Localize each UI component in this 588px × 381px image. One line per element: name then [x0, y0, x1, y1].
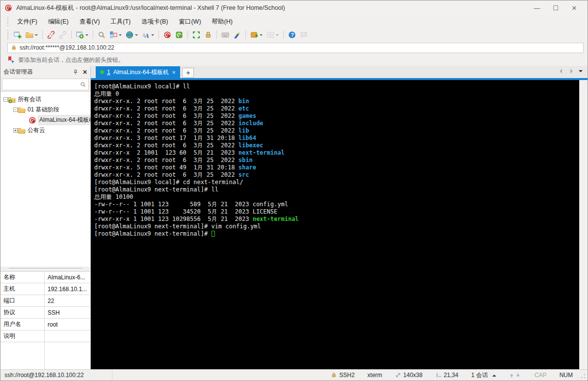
open-session-button[interactable] [24, 30, 40, 40]
terminal-line: drwxr-xr-x. 3 root root 17 1月 31 20:18 l… [94, 135, 579, 142]
terminal-line: drwxr-xr-x. 2 root root 6 3月 25 2022 inc… [94, 120, 579, 127]
chevron-down-icon [151, 34, 154, 37]
find-icon [98, 31, 106, 39]
lock-screen-icon [204, 31, 212, 39]
session-manager-panel: 会话管理器 ✕ -所有会话-01 基础阶段AlmaLinux-64-模板机+公有… [0, 66, 91, 369]
font-button[interactable]: AA [140, 30, 156, 40]
property-row-主机: 主机192.168.10.1... [0, 283, 90, 295]
chevron-down-icon [135, 34, 138, 37]
menu-item-6[interactable]: 窗口(W) [173, 16, 206, 28]
new-file-transfer-icon [250, 31, 258, 39]
toolbar-separator [159, 30, 159, 39]
tab-layout-button[interactable] [107, 30, 124, 40]
panel-close-icon[interactable]: ✕ [82, 69, 87, 76]
toolbar-separator [216, 30, 217, 39]
svg-text:?: ? [291, 32, 294, 38]
status-140x38: 140x38 [389, 370, 429, 381]
session-properties-button[interactable] [74, 30, 90, 40]
close-button[interactable]: ✕ [565, 1, 584, 14]
tree-item-AlmaLinux-64-模板机[interactable]: AlmaLinux-64-模板机 [0, 115, 90, 125]
xshell-logo-icon [4, 4, 12, 12]
tab-number: 1 [107, 69, 110, 76]
tab-status-icon [100, 70, 104, 74]
status-1-会话[interactable]: 1 会话 [465, 370, 503, 381]
tree-item-所有会话[interactable]: -所有会话 [0, 94, 90, 105]
status-ssh2: SSH2 [324, 370, 361, 381]
window-title: AlmaLinux-64-模板机 - root@AlmaLinux9:/usr/… [16, 4, 285, 12]
tab-list-caret-icon[interactable] [579, 70, 583, 74]
chevron-down-icon [35, 34, 38, 37]
terminal-line: 总用量 10100 [94, 193, 579, 201]
pin-icon[interactable] [73, 69, 79, 75]
disconnect-button[interactable] [45, 30, 57, 40]
status-connection: ssh://root@192.168.10.100:22 [0, 370, 112, 381]
terminal-line: [root@AlmaLinux9 local]# cd next-termina… [94, 179, 579, 186]
open-session-icon [26, 31, 33, 39]
svg-text:A: A [144, 32, 149, 39]
find-button[interactable] [96, 30, 107, 40]
xshell-window: AlmaLinux-64-模板机 - root@AlmaLinux9:/usr/… [0, 0, 588, 381]
terminal-line: 总用量 0 [94, 90, 579, 98]
expand-icon[interactable]: + [13, 128, 18, 133]
session-search-input[interactable] [5, 81, 80, 88]
resize-grip[interactable] [579, 373, 586, 380]
tree-item-label: AlmaLinux-64-模板机 [38, 115, 90, 125]
reconnect-button [57, 30, 69, 40]
tab-bar: 1 AlmaLinux-64-模板机 ✕ + [91, 66, 588, 78]
menu-item-7[interactable]: 帮助(H) [207, 16, 238, 28]
add-session-arrow-icon [7, 56, 15, 64]
new-tab-button[interactable]: + [182, 68, 194, 78]
tab-almalinux[interactable]: 1 AlmaLinux-64-模板机 ✕ [96, 66, 180, 78]
highlight-pen-button[interactable] [231, 30, 243, 40]
menu-grip [7, 17, 9, 26]
terminal[interactable]: [root@AlmaLinux9 local]# ll总用量 0drwxr-xr… [91, 80, 579, 369]
property-label: 名称 [0, 273, 44, 281]
maximize-button[interactable]: ☐ [546, 1, 565, 14]
status-21,34: 21,34 [429, 370, 465, 381]
tab-layout-icon [109, 31, 117, 39]
tab-label: AlmaLinux-64-模板机 [113, 68, 169, 77]
xshell-button[interactable] [161, 30, 173, 40]
new-file-transfer-button[interactable] [248, 30, 265, 40]
virtual-keyboard-button[interactable] [219, 30, 231, 40]
status-bar: ssh://root@192.168.10.100:22 SSH2xterm14… [0, 369, 588, 381]
property-label: 主机 [0, 285, 44, 293]
tab-close-icon[interactable]: ✕ [172, 70, 176, 75]
web-browser-button[interactable] [124, 30, 140, 40]
xftp-button[interactable] [173, 30, 185, 40]
chevron-down-icon [276, 34, 279, 37]
status-num: NUM [553, 370, 579, 381]
status-cap: CAP [528, 370, 553, 381]
toolbar: AA? [0, 28, 588, 41]
property-label: 端口 [0, 297, 44, 305]
xshell-icon [163, 31, 171, 39]
tree-item-01 基础阶段[interactable]: -01 基础阶段 [0, 105, 90, 115]
menu-item-2[interactable]: 编辑(E) [43, 16, 74, 28]
new-session-button[interactable] [12, 30, 24, 40]
disconnect-icon [47, 31, 55, 39]
collapse-icon[interactable]: - [13, 108, 18, 112]
session-search-box[interactable] [2, 79, 89, 90]
toolbar-separator [283, 30, 284, 39]
address-field[interactable]: ssh://root:******@192.168.10.100:22 [7, 43, 584, 53]
highlight-pen-icon [233, 31, 241, 39]
collapse-icon[interactable]: - [3, 97, 8, 102]
help-button[interactable]: ? [286, 30, 298, 40]
lock-screen-button[interactable] [202, 30, 214, 40]
tab-scroll-left-icon [558, 68, 564, 74]
menu-item-3[interactable]: 查看(V) [74, 16, 106, 28]
tree-item-公有云[interactable]: +公有云 [0, 125, 90, 136]
panel-splitter[interactable] [0, 267, 90, 271]
menu-item-4[interactable]: 工具(T) [105, 16, 136, 28]
reconnect-icon [59, 31, 67, 39]
terminal-scrollbar[interactable] [579, 80, 588, 369]
address-url: ssh://root:******@192.168.10.100:22 [20, 44, 114, 51]
fullscreen-button[interactable] [190, 30, 202, 40]
menu-item-5[interactable]: 选项卡(B) [136, 16, 173, 28]
minimize-button[interactable]: — [528, 1, 546, 14]
terminal-line: [root@AlmaLinux9 local]# ll [94, 83, 579, 90]
property-label: 说明 [0, 332, 44, 340]
menu-item-1[interactable]: 文件(F) [12, 16, 43, 28]
status-label: 21,34 [444, 372, 458, 379]
toolbar-separator [71, 30, 72, 39]
